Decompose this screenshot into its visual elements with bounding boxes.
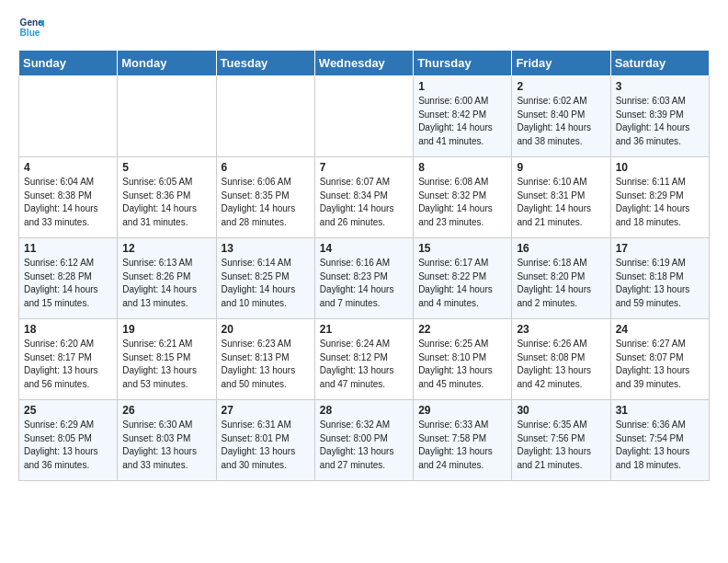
calendar-cell: 22Sunrise: 6:25 AM Sunset: 8:10 PM Dayli…	[414, 319, 512, 400]
day-info: Sunrise: 6:06 AM Sunset: 8:35 PM Dayligh…	[222, 176, 310, 229]
calendar-cell: 24Sunrise: 6:27 AM Sunset: 8:07 PM Dayli…	[610, 319, 709, 400]
calendar-cell: 18Sunrise: 6:20 AM Sunset: 8:17 PM Dayli…	[19, 319, 118, 400]
calendar-cell: 21Sunrise: 6:24 AM Sunset: 8:12 PM Dayli…	[314, 319, 413, 400]
day-info: Sunrise: 6:26 AM Sunset: 8:08 PM Dayligh…	[517, 338, 605, 391]
day-number: 24	[616, 323, 704, 336]
weekday-header-thursday: Thursday	[414, 51, 512, 76]
day-number: 13	[222, 242, 310, 255]
day-number: 23	[517, 323, 605, 336]
calendar-cell: 29Sunrise: 6:33 AM Sunset: 7:58 PM Dayli…	[414, 400, 512, 481]
day-number: 22	[418, 323, 506, 336]
week-row-5: 25Sunrise: 6:29 AM Sunset: 8:05 PM Dayli…	[19, 400, 710, 481]
calendar-cell: 13Sunrise: 6:14 AM Sunset: 8:25 PM Dayli…	[216, 238, 314, 319]
week-row-4: 18Sunrise: 6:20 AM Sunset: 8:17 PM Dayli…	[19, 319, 710, 400]
calendar-cell	[19, 76, 118, 157]
day-number: 18	[24, 323, 112, 336]
day-number: 14	[320, 242, 408, 255]
calendar-cell: 17Sunrise: 6:19 AM Sunset: 8:18 PM Dayli…	[610, 238, 709, 319]
day-info: Sunrise: 6:07 AM Sunset: 8:34 PM Dayligh…	[320, 176, 408, 229]
day-number: 30	[517, 404, 605, 417]
week-row-1: 1Sunrise: 6:00 AM Sunset: 8:42 PM Daylig…	[19, 76, 710, 157]
day-info: Sunrise: 6:11 AM Sunset: 8:29 PM Dayligh…	[616, 176, 704, 229]
day-info: Sunrise: 6:32 AM Sunset: 8:00 PM Dayligh…	[320, 419, 408, 472]
day-info: Sunrise: 6:10 AM Sunset: 8:31 PM Dayligh…	[517, 176, 605, 229]
day-number: 19	[122, 323, 210, 336]
day-number: 9	[517, 161, 605, 174]
day-info: Sunrise: 6:29 AM Sunset: 8:05 PM Dayligh…	[24, 419, 112, 472]
weekday-header-row: SundayMondayTuesdayWednesdayThursdayFrid…	[19, 51, 710, 76]
day-number: 20	[222, 323, 310, 336]
day-number: 15	[418, 242, 506, 255]
day-info: Sunrise: 6:19 AM Sunset: 8:18 PM Dayligh…	[616, 257, 704, 310]
day-number: 25	[24, 404, 112, 417]
calendar-cell: 27Sunrise: 6:31 AM Sunset: 8:01 PM Dayli…	[216, 400, 314, 481]
calendar-cell: 9Sunrise: 6:10 AM Sunset: 8:31 PM Daylig…	[512, 157, 610, 238]
day-info: Sunrise: 6:02 AM Sunset: 8:40 PM Dayligh…	[517, 95, 605, 148]
day-info: Sunrise: 6:17 AM Sunset: 8:22 PM Dayligh…	[418, 257, 506, 310]
day-number: 10	[616, 161, 704, 174]
day-info: Sunrise: 6:23 AM Sunset: 8:13 PM Dayligh…	[222, 338, 310, 391]
day-info: Sunrise: 6:20 AM Sunset: 8:17 PM Dayligh…	[24, 338, 112, 391]
week-row-2: 4Sunrise: 6:04 AM Sunset: 8:38 PM Daylig…	[19, 157, 710, 238]
calendar-cell: 6Sunrise: 6:06 AM Sunset: 8:35 PM Daylig…	[216, 157, 314, 238]
weekday-header-wednesday: Wednesday	[314, 51, 413, 76]
logo-icon: General Blue	[18, 15, 44, 40]
day-info: Sunrise: 6:00 AM Sunset: 8:42 PM Dayligh…	[418, 95, 506, 148]
day-number: 26	[122, 404, 210, 417]
calendar-cell: 14Sunrise: 6:16 AM Sunset: 8:23 PM Dayli…	[314, 238, 413, 319]
weekday-header-sunday: Sunday	[19, 51, 118, 76]
calendar-cell: 19Sunrise: 6:21 AM Sunset: 8:15 PM Dayli…	[118, 319, 216, 400]
calendar-cell	[314, 76, 413, 157]
header: General Blue	[18, 15, 710, 40]
day-info: Sunrise: 6:25 AM Sunset: 8:10 PM Dayligh…	[418, 338, 506, 391]
logo: General Blue	[18, 15, 48, 40]
calendar-cell: 23Sunrise: 6:26 AM Sunset: 8:08 PM Dayli…	[512, 319, 610, 400]
calendar-cell: 3Sunrise: 6:03 AM Sunset: 8:39 PM Daylig…	[610, 76, 709, 157]
calendar-cell: 16Sunrise: 6:18 AM Sunset: 8:20 PM Dayli…	[512, 238, 610, 319]
weekday-header-saturday: Saturday	[610, 51, 709, 76]
day-info: Sunrise: 6:35 AM Sunset: 7:56 PM Dayligh…	[517, 419, 605, 472]
calendar-cell: 20Sunrise: 6:23 AM Sunset: 8:13 PM Dayli…	[216, 319, 314, 400]
day-info: Sunrise: 6:05 AM Sunset: 8:36 PM Dayligh…	[122, 176, 210, 229]
calendar-cell: 26Sunrise: 6:30 AM Sunset: 8:03 PM Dayli…	[118, 400, 216, 481]
calendar-cell: 1Sunrise: 6:00 AM Sunset: 8:42 PM Daylig…	[414, 76, 512, 157]
day-number: 16	[517, 242, 605, 255]
day-number: 2	[517, 80, 605, 93]
calendar-cell: 15Sunrise: 6:17 AM Sunset: 8:22 PM Dayli…	[414, 238, 512, 319]
day-info: Sunrise: 6:04 AM Sunset: 8:38 PM Dayligh…	[24, 176, 112, 229]
day-info: Sunrise: 6:24 AM Sunset: 8:12 PM Dayligh…	[320, 338, 408, 391]
calendar-cell: 8Sunrise: 6:08 AM Sunset: 8:32 PM Daylig…	[414, 157, 512, 238]
day-info: Sunrise: 6:30 AM Sunset: 8:03 PM Dayligh…	[122, 419, 210, 472]
day-info: Sunrise: 6:31 AM Sunset: 8:01 PM Dayligh…	[222, 419, 310, 472]
day-info: Sunrise: 6:27 AM Sunset: 8:07 PM Dayligh…	[616, 338, 704, 391]
calendar-cell: 12Sunrise: 6:13 AM Sunset: 8:26 PM Dayli…	[118, 238, 216, 319]
day-info: Sunrise: 6:08 AM Sunset: 8:32 PM Dayligh…	[418, 176, 506, 229]
day-number: 17	[616, 242, 704, 255]
weekday-header-friday: Friday	[512, 51, 610, 76]
week-row-3: 11Sunrise: 6:12 AM Sunset: 8:28 PM Dayli…	[19, 238, 710, 319]
day-info: Sunrise: 6:36 AM Sunset: 7:54 PM Dayligh…	[616, 419, 704, 472]
svg-text:Blue: Blue	[20, 28, 40, 38]
day-number: 7	[320, 161, 408, 174]
calendar-cell: 31Sunrise: 6:36 AM Sunset: 7:54 PM Dayli…	[610, 400, 709, 481]
calendar-cell: 7Sunrise: 6:07 AM Sunset: 8:34 PM Daylig…	[314, 157, 413, 238]
calendar-cell	[118, 76, 216, 157]
day-info: Sunrise: 6:14 AM Sunset: 8:25 PM Dayligh…	[222, 257, 310, 310]
day-number: 8	[418, 161, 506, 174]
calendar-cell: 25Sunrise: 6:29 AM Sunset: 8:05 PM Dayli…	[19, 400, 118, 481]
calendar-cell: 11Sunrise: 6:12 AM Sunset: 8:28 PM Dayli…	[19, 238, 118, 319]
calendar-cell: 5Sunrise: 6:05 AM Sunset: 8:36 PM Daylig…	[118, 157, 216, 238]
day-info: Sunrise: 6:21 AM Sunset: 8:15 PM Dayligh…	[122, 338, 210, 391]
day-info: Sunrise: 6:12 AM Sunset: 8:28 PM Dayligh…	[24, 257, 112, 310]
day-number: 12	[122, 242, 210, 255]
weekday-header-monday: Monday	[118, 51, 216, 76]
day-number: 11	[24, 242, 112, 255]
calendar-cell: 28Sunrise: 6:32 AM Sunset: 8:00 PM Dayli…	[314, 400, 413, 481]
calendar-cell: 4Sunrise: 6:04 AM Sunset: 8:38 PM Daylig…	[19, 157, 118, 238]
day-number: 28	[320, 404, 408, 417]
day-number: 27	[222, 404, 310, 417]
day-number: 21	[320, 323, 408, 336]
day-number: 31	[616, 404, 704, 417]
day-info: Sunrise: 6:13 AM Sunset: 8:26 PM Dayligh…	[122, 257, 210, 310]
weekday-header-tuesday: Tuesday	[216, 51, 314, 76]
